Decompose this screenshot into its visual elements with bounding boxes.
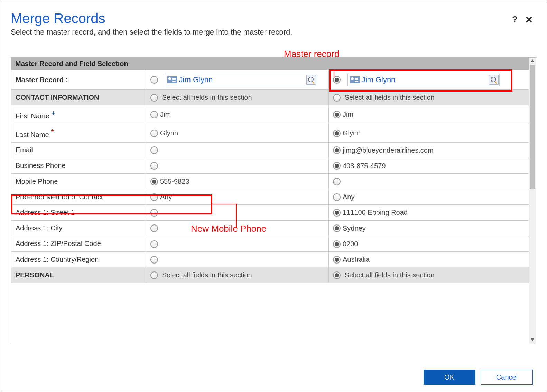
contact-card-icon bbox=[350, 76, 360, 83]
dialog-footer: OK Cancel bbox=[419, 370, 533, 385]
merge-grid: Master Record : Jim Glynn Jim bbox=[11, 70, 529, 283]
scroll-up-arrow[interactable]: ▲ bbox=[529, 58, 536, 65]
field-row: Address 1: Country/RegionAustralia bbox=[11, 252, 529, 267]
field-radio-b[interactable] bbox=[333, 111, 341, 118]
field-row: Business Phone408-875-4579 bbox=[11, 158, 529, 173]
field-radio-b[interactable] bbox=[333, 209, 341, 217]
record-a-lookup[interactable]: Jim Glynn bbox=[165, 74, 317, 86]
field-value-b: 111100 Epping Road bbox=[343, 209, 408, 217]
field-row: First Name +JimJim bbox=[11, 105, 529, 124]
field-row: Address 1: Street 1111100 Epping Road bbox=[11, 205, 529, 220]
field-label: Email bbox=[11, 142, 146, 158]
field-label: Last Name * bbox=[11, 124, 146, 142]
field-row: Preferred Method of ContactAnyAny bbox=[11, 189, 529, 205]
cancel-button[interactable]: Cancel bbox=[481, 370, 533, 385]
field-value-b: Sydney bbox=[343, 224, 366, 232]
field-radio-a[interactable] bbox=[150, 178, 158, 185]
field-value-a: 555-9823 bbox=[160, 178, 189, 185]
field-value-b: Australia bbox=[343, 256, 370, 263]
lookup-search-icon[interactable] bbox=[306, 75, 316, 85]
field-value-b: 408-875-4579 bbox=[343, 162, 386, 170]
ok-button[interactable]: OK bbox=[424, 370, 475, 385]
help-icon[interactable]: ? bbox=[512, 14, 518, 25]
field-radio-b[interactable] bbox=[333, 162, 341, 170]
field-radio-a[interactable] bbox=[150, 111, 158, 118]
field-radio-a[interactable] bbox=[150, 193, 158, 201]
section-header-row: CONTACT INFORMATION Select all fields in… bbox=[11, 90, 529, 105]
field-label: Address 1: ZIP/Postal Code bbox=[11, 236, 146, 251]
field-radio-a[interactable] bbox=[150, 162, 158, 170]
master-record-radio-b[interactable] bbox=[333, 76, 341, 84]
annotation-mobile-phone-line-h bbox=[212, 204, 237, 204]
grid-scroll-area: Master Record and Field Selection Master… bbox=[11, 57, 536, 344]
required-recommended-icon: + bbox=[51, 109, 56, 117]
master-record-label: Master Record : bbox=[16, 76, 68, 84]
field-radio-b[interactable] bbox=[333, 224, 341, 232]
field-radio-b[interactable] bbox=[333, 146, 341, 154]
scroll-down-arrow[interactable]: ▼ bbox=[529, 337, 536, 344]
select-all-b-label: Select all fields in this section bbox=[345, 94, 435, 101]
field-radio-b[interactable] bbox=[333, 130, 341, 137]
close-icon[interactable]: ✕ bbox=[525, 14, 533, 26]
field-label: Business Phone bbox=[11, 158, 146, 173]
field-row: Emailjimg@blueyonderairlines.com bbox=[11, 142, 529, 158]
field-row: Address 1: CitySydney bbox=[11, 220, 529, 236]
select-all-b-radio[interactable] bbox=[333, 94, 341, 102]
field-label: Mobile Phone bbox=[11, 173, 146, 189]
select-all-a-label: Select all fields in this section bbox=[162, 94, 252, 101]
section-title: CONTACT INFORMATION bbox=[11, 90, 146, 105]
field-row: Address 1: ZIP/Postal Code0200 bbox=[11, 236, 529, 251]
field-radio-a[interactable] bbox=[150, 256, 158, 264]
field-label: Address 1: City bbox=[11, 220, 146, 236]
required-mandatory-icon: * bbox=[51, 127, 54, 136]
master-record-radio-a[interactable] bbox=[150, 76, 158, 84]
field-radio-a[interactable] bbox=[150, 146, 158, 154]
field-label: First Name + bbox=[11, 105, 146, 124]
field-radio-b[interactable] bbox=[333, 178, 341, 185]
field-row: Mobile Phone555-9823 bbox=[11, 173, 529, 189]
field-radio-b[interactable] bbox=[333, 193, 341, 201]
select-all-a-radio[interactable] bbox=[150, 94, 158, 102]
field-label: Address 1: Country/Region bbox=[11, 252, 146, 267]
field-radio-a[interactable] bbox=[150, 130, 158, 137]
field-value-b: Any bbox=[343, 193, 354, 201]
record-a-name: Jim Glynn bbox=[179, 75, 306, 84]
field-label: Address 1: Street 1 bbox=[11, 205, 146, 220]
field-radio-a[interactable] bbox=[150, 224, 158, 232]
select-all-b-radio[interactable] bbox=[333, 271, 341, 279]
select-all-a-label: Select all fields in this section bbox=[162, 271, 252, 279]
contact-card-icon bbox=[167, 76, 177, 83]
field-value-b: Jim bbox=[343, 111, 353, 118]
field-value-b: jimg@blueyonderairlines.com bbox=[343, 146, 434, 154]
record-b-lookup[interactable]: Jim Glynn bbox=[347, 74, 500, 86]
section-title: PERSONAL bbox=[11, 267, 146, 283]
field-radio-a[interactable] bbox=[150, 209, 158, 217]
field-radio-a[interactable] bbox=[150, 240, 158, 248]
dialog-subtitle: Select the master record, and then selec… bbox=[11, 28, 536, 37]
lookup-search-icon[interactable] bbox=[489, 75, 499, 85]
field-row: Last Name *GlynnGlynn bbox=[11, 124, 529, 142]
select-all-a-radio[interactable] bbox=[150, 271, 158, 279]
dialog-title: Merge Records bbox=[11, 11, 536, 26]
field-value-a: Any bbox=[160, 193, 172, 201]
scroll-thumb[interactable] bbox=[530, 65, 535, 189]
field-radio-b[interactable] bbox=[333, 240, 341, 248]
record-b-name: Jim Glynn bbox=[362, 75, 489, 84]
field-label: Preferred Method of Contact bbox=[11, 189, 146, 205]
annotation-mobile-phone-label: New Mobile Phone bbox=[191, 223, 266, 234]
field-value-b: 0200 bbox=[343, 240, 358, 248]
field-value-a: Glynn bbox=[160, 129, 178, 137]
merge-records-dialog: Merge Records Select the master record, … bbox=[0, 0, 547, 392]
select-all-b-label: Select all fields in this section bbox=[345, 271, 435, 279]
grid-header: Master Record and Field Selection bbox=[11, 58, 529, 70]
field-radio-b[interactable] bbox=[333, 256, 341, 264]
master-record-row: Master Record : Jim Glynn Jim bbox=[11, 70, 529, 90]
field-value-a: Jim bbox=[160, 111, 171, 118]
vertical-scrollbar[interactable]: ▲ ▼ bbox=[529, 58, 536, 344]
section-header-row: PERSONAL Select all fields in this secti… bbox=[11, 267, 529, 283]
field-value-b: Glynn bbox=[343, 129, 361, 137]
